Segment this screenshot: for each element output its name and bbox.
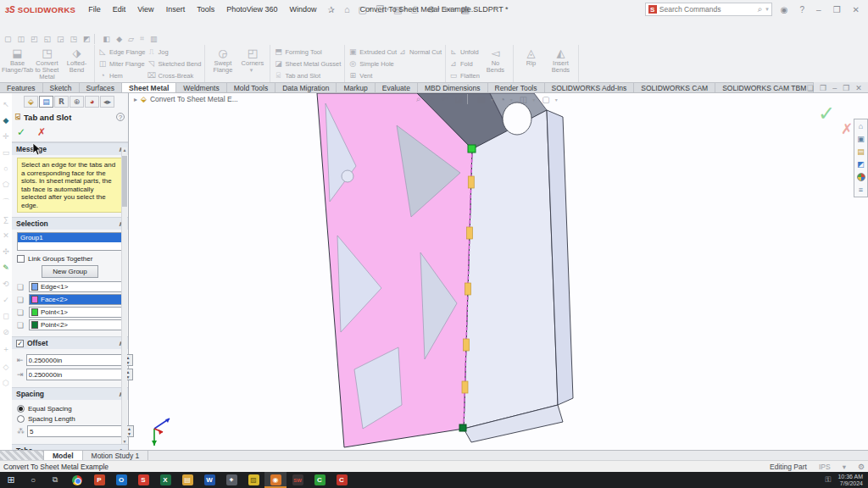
miter-flange-button[interactable]: ◫Miter Flange [98, 58, 146, 69]
doc-cascade-icon[interactable]: ❏ [807, 84, 814, 92]
corners-caret[interactable]: ▾ [250, 67, 253, 74]
tab-solidworks-addins[interactable]: SOLIDWORKS Add-Ins [545, 82, 635, 92]
taskbar-file-explorer[interactable]: ▤ [176, 472, 198, 488]
hide-show-items-icon[interactable]: ◫ [517, 95, 530, 104]
point2-selection-field[interactable]: Point<2> [29, 319, 123, 330]
print-icon[interactable]: ⎙ [407, 4, 423, 15]
status-options-icon[interactable]: ⚙ [858, 463, 865, 471]
no-bends-button[interactable]: ◅No Bends [481, 47, 509, 74]
model-tab[interactable]: Model [44, 451, 83, 460]
left-tool-15[interactable]: ⊘ [3, 328, 9, 336]
equal-spacing-row[interactable]: Equal Spacing [17, 405, 123, 413]
doc-restore-button[interactable]: ❐ [843, 84, 849, 92]
model-point2-marker[interactable] [459, 424, 466, 431]
group-listbox[interactable]: Group1 [17, 232, 123, 251]
appearance-wheel-icon[interactable] [857, 173, 865, 181]
taskbar-outlook[interactable]: O [110, 472, 132, 488]
sheet-metal-model[interactable] [129, 93, 868, 450]
left-tool-7[interactable]: ⌒ [3, 197, 10, 208]
search-caret[interactable]: ▾ [765, 6, 769, 13]
taskbar-sticky-notes[interactable]: ▨ [242, 472, 264, 488]
task-view-button[interactable]: ⧉ [44, 472, 66, 488]
menu-window[interactable]: Window [284, 3, 323, 16]
appearances-icon[interactable]: ◩ [857, 160, 865, 169]
close-button[interactable]: ✕ [849, 5, 863, 14]
offset-section-header[interactable]: ✓ Offset∧ [12, 336, 128, 349]
corners-button[interactable]: ◰Corners▾ [238, 47, 266, 74]
pm-tab-feature[interactable]: ⬙ [24, 96, 38, 108]
selection-section-header[interactable]: Selection∧ [12, 217, 128, 230]
tab-solidworks-cam[interactable]: SOLIDWORKS CAM [634, 82, 715, 92]
model-small-hole[interactable] [342, 170, 353, 182]
rebuild-icon[interactable]: ▦ [457, 4, 474, 15]
taskbar-app-orange-active[interactable]: ◉ [264, 472, 287, 488]
taskbar-powerpoint[interactable]: P [88, 472, 110, 488]
message-section-header[interactable]: Message∧ [12, 142, 128, 155]
minimize-button[interactable]: – [813, 5, 825, 14]
instance-count-input[interactable] [28, 426, 125, 436]
section-view-icon[interactable]: ◪ [453, 95, 465, 104]
search-commands-box[interactable]: S ⌕ ▾ [645, 3, 772, 16]
tab-sheet-metal[interactable]: Sheet Metal [122, 82, 176, 92]
sw-resources-home-icon[interactable]: ⌂ [859, 122, 863, 130]
pm-scroll-thumb[interactable] [122, 156, 127, 207]
offset-end-spinner[interactable]: ▲▼ [26, 369, 133, 380]
model-right-panel-face[interactable] [464, 110, 558, 429]
tab-markup[interactable]: Markup [337, 82, 375, 92]
pm-scroll-up[interactable]: ▲ [122, 147, 127, 152]
hem-button[interactable]: ◔Hem [98, 70, 146, 80]
taskbar-search[interactable]: ○ [22, 472, 44, 488]
units-caret[interactable]: ▾ [843, 463, 846, 471]
point1-selection-field[interactable]: Point<1> [29, 307, 123, 318]
pm-help-icon[interactable]: ? [116, 113, 125, 121]
convert-to-sheet-metal-button[interactable]: ◳Convert to Sheet Metal [33, 47, 61, 80]
tab-sketch[interactable]: Sketch [43, 82, 80, 92]
jog-button[interactable]: ⎍Jog [147, 47, 202, 57]
zoom-fit-icon[interactable]: ⌕ [414, 94, 424, 104]
tray-icon[interactable]: ⚿ [826, 475, 832, 485]
left-tool-4[interactable]: ▭ [3, 148, 10, 157]
view-icon-12[interactable]: ▥ [147, 35, 160, 43]
display-style-icon[interactable]: ◔ [498, 95, 508, 104]
doc-close-button[interactable]: ✕ [855, 84, 862, 92]
rip-button[interactable]: ◬Rip [517, 47, 545, 67]
tab-weldments[interactable]: Weldments [176, 82, 226, 92]
taskbar-app-s[interactable]: S [132, 472, 154, 488]
view-icon-7[interactable]: ◩ [81, 35, 93, 43]
face-selection-field[interactable]: Face<2> [29, 294, 123, 305]
left-tool-18[interactable]: ⬡ [3, 379, 9, 387]
graphics-viewport[interactable] [129, 93, 868, 450]
taskbar-excel[interactable]: X [154, 472, 176, 488]
pm-ok-button[interactable]: ✓ [17, 126, 25, 138]
pm-tab-propertymanager[interactable]: ▤ [39, 96, 53, 108]
tab-data-migration[interactable]: Data Migration [275, 82, 337, 92]
left-tool-1[interactable]: ↖ [3, 100, 9, 108]
tab-scroll-area[interactable] [0, 451, 44, 460]
pm-tab-configurations[interactable]: 𝗥 [54, 96, 69, 108]
taskbar-app-sw-dark[interactable]: SW [287, 472, 309, 488]
search-icon[interactable]: ⌕ [754, 4, 766, 14]
taskbar-solidworks[interactable]: ⌖ [220, 472, 242, 488]
spacing-section-header[interactable]: Spacing∧ [12, 387, 128, 400]
left-tool-17[interactable]: ◇ [3, 363, 9, 371]
menu-tools[interactable]: Tools [191, 3, 220, 16]
menu-file[interactable]: File [82, 3, 107, 16]
taskbar-chrome[interactable] [66, 472, 88, 488]
flatten-button[interactable]: ▭Flatten [449, 70, 480, 80]
fold-button[interactable]: ⊿Fold [449, 58, 480, 69]
spacing-length-row[interactable]: Spacing Length [17, 415, 123, 423]
pm-scrollbar[interactable]: ▲ ▼ [121, 147, 127, 444]
view-icon-11[interactable]: ⌗ [137, 34, 147, 43]
tab-mbd-dimensions[interactable]: MBD Dimensions [418, 82, 488, 92]
view-icon-6[interactable]: ◳ [68, 35, 81, 43]
new-group-button[interactable]: New Group [42, 265, 97, 278]
cross-break-button[interactable]: ⌧Cross-Break [147, 70, 202, 80]
display-style-caret[interactable]: ▾ [508, 97, 515, 103]
equal-spacing-radio[interactable] [17, 405, 25, 413]
instance-count-spinner[interactable]: ▲▼ [27, 425, 134, 437]
offset-end-input[interactable] [27, 369, 124, 380]
left-tool-16[interactable]: ＋ [3, 344, 10, 355]
tab-evaluate[interactable]: Evaluate [376, 82, 418, 92]
model-right-panel-hole[interactable] [503, 103, 531, 135]
tab-render-tools[interactable]: Render Tools [488, 82, 545, 92]
